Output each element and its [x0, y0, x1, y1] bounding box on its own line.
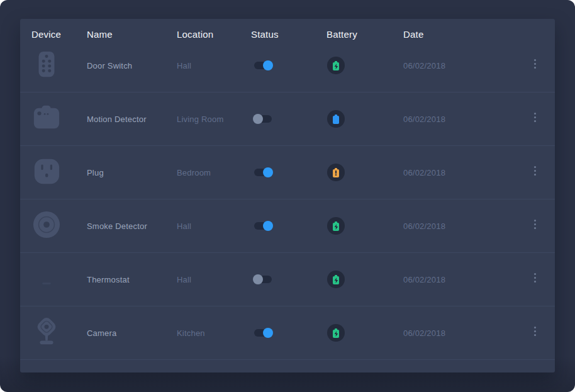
table-row: Door Switch Hall 06/02/2018 [20, 39, 555, 92]
column-header-device: Device [31, 29, 87, 40]
thermostat-icon: 32° [32, 264, 61, 294]
device-name: Smoke Detector [87, 221, 177, 231]
kebab-vertical-icon [534, 116, 536, 118]
device-name: Camera [87, 328, 177, 338]
table-row: Camera Kitchen 06/02/2018 [20, 306, 555, 360]
status-toggle[interactable] [254, 329, 272, 337]
camera-icon [32, 316, 61, 347]
toggle-knob [253, 114, 263, 124]
device-name: Motion Detector [87, 115, 177, 124]
battery-charging-icon [327, 217, 345, 235]
row-menu-button[interactable] [528, 55, 542, 73]
device-location: Bedroom [177, 168, 251, 177]
device-date: 06/02/2018 [403, 328, 528, 338]
motion-detector-icon [32, 103, 61, 133]
toggle-knob [263, 60, 273, 70]
row-menu-button[interactable] [528, 216, 542, 233]
app-window: Device Name Location Status Battery Date… [0, 0, 575, 392]
column-header-date: Date [403, 29, 528, 40]
status-toggle[interactable] [254, 115, 272, 123]
table-row: Motion Detector Living Room 06/02/2018 [20, 92, 555, 146]
toggle-knob [263, 328, 273, 338]
battery-charging-icon [327, 57, 345, 74]
battery-charging-icon [327, 271, 345, 288]
device-date: 06/02/2018 [403, 168, 528, 177]
devices-table: Device Name Location Status Battery Date… [20, 19, 555, 372]
remote-icon [32, 49, 61, 79]
device-location: Living Room [177, 115, 251, 124]
row-menu-button[interactable] [528, 269, 542, 287]
kebab-vertical-icon [534, 170, 536, 172]
toggle-knob [263, 167, 273, 177]
column-header-location: Location [177, 29, 251, 40]
status-toggle[interactable] [254, 276, 272, 283]
toggle-knob [253, 274, 263, 284]
device-location: Hall [177, 221, 251, 231]
toggle-knob [263, 221, 273, 231]
smoke-detector-icon [32, 210, 61, 240]
plug-icon [32, 156, 61, 186]
row-menu-button[interactable] [528, 109, 542, 126]
row-menu-button[interactable] [528, 162, 542, 180]
table-row: Smoke Detector Hall 06/02/2018 [20, 199, 555, 253]
battery-low-icon [327, 164, 345, 181]
row-menu-button[interactable] [528, 323, 542, 340]
device-name: Thermostat [87, 275, 177, 284]
kebab-vertical-icon [534, 277, 536, 279]
device-date: 06/02/2018 [403, 61, 528, 70]
device-location: Hall [177, 61, 251, 70]
status-toggle[interactable] [254, 222, 272, 230]
column-header-status: Status [251, 29, 327, 40]
thermostat-dash [42, 283, 51, 284]
table-row: Plug Bedroom 06/02/2018 [20, 146, 555, 199]
table-header: Device Name Location Status Battery Date [20, 19, 555, 39]
device-location: Hall [177, 275, 251, 284]
device-name: Door Switch [87, 61, 177, 70]
device-date: 06/02/2018 [403, 115, 528, 124]
battery-charging-icon [327, 324, 345, 342]
kebab-vertical-icon [534, 330, 536, 332]
device-name: Plug [87, 168, 177, 177]
device-location: Kitchen [177, 328, 251, 338]
battery-full-icon [327, 110, 345, 128]
column-header-battery: Battery [327, 29, 403, 40]
column-header-name: Name [87, 29, 177, 40]
kebab-vertical-icon [534, 223, 536, 225]
table-row: 32° Thermostat Hall 06/02/2018 [20, 253, 555, 306]
device-date: 06/02/2018 [403, 275, 528, 284]
kebab-vertical-icon [534, 63, 536, 65]
status-toggle[interactable] [254, 169, 272, 176]
status-toggle[interactable] [254, 62, 272, 69]
device-date: 06/02/2018 [403, 221, 528, 231]
